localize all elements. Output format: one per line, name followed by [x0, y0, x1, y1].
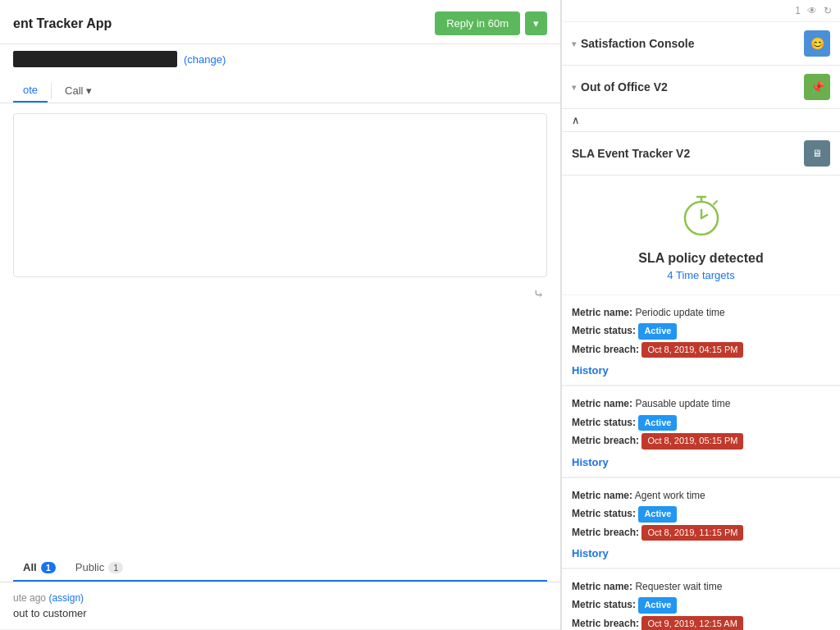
- conversation-item: ute ago (assign) out to customer: [0, 582, 560, 630]
- metric-breach-label-1: Metric breach:: [572, 435, 639, 446]
- conv-time: ute ago: [13, 592, 46, 604]
- reply-button[interactable]: Reply in 60m: [435, 11, 520, 35]
- assignee-row: (change): [0, 44, 560, 74]
- metrics-container: Metric name: Periodic update time Metric…: [562, 295, 840, 630]
- out-of-office-header[interactable]: ▾ Out of Office V2 📌: [562, 66, 840, 109]
- conv-text: out to customer: [13, 607, 547, 619]
- out-of-office-title: ▾ Out of Office V2: [572, 80, 668, 94]
- metric-status-badge-1: Active: [638, 415, 677, 431]
- right-top-bar: 1 👁 ↻: [562, 0, 840, 22]
- metric-breach-line-3: Metric breach: Oct 9, 2019, 12:15 AM: [572, 616, 830, 630]
- metric-status-line-0: Metric status: Active: [572, 323, 830, 340]
- compose-action-icon[interactable]: ⤷: [530, 283, 547, 305]
- metric-status-label-1: Metric status:: [572, 417, 636, 428]
- all-tab-badge: 1: [41, 562, 56, 573]
- history-link-2[interactable]: History: [572, 547, 830, 559]
- tab-divider: [51, 83, 52, 99]
- out-of-office-icon: 📌: [804, 74, 830, 100]
- metric-status-line-3: Metric status: Active: [572, 597, 830, 614]
- metric-breach-badge-2: Oct 8, 2019, 11:15 PM: [641, 525, 743, 541]
- metric-name-value-2: Agent work time: [635, 490, 705, 501]
- editor-tab-row: ote Call ▾: [0, 74, 560, 103]
- metric-breach-line-1: Metric breach: Oct 8, 2019, 05:15 PM: [572, 433, 830, 450]
- metric-name-line-1: Metric name: Pausable update time: [572, 396, 830, 412]
- conv-meta: ute ago (assign): [13, 592, 547, 604]
- satisfaction-console-title: ▾ Satisfaction Console: [572, 37, 694, 50]
- call-tab[interactable]: Call ▾: [55, 80, 102, 102]
- sla-detected-title: SLA policy detected: [572, 251, 830, 266]
- metric-breach-label-3: Metric breach:: [572, 618, 639, 629]
- compose-area: ⤷: [0, 103, 560, 555]
- compose-actions: ⤷: [13, 280, 547, 308]
- metric-status-label-3: Metric status:: [572, 599, 636, 610]
- chevron-satisfaction: ▾: [572, 39, 576, 48]
- metric-breach-label-0: Metric breach:: [572, 344, 639, 355]
- satisfaction-console-header[interactable]: ▾ Satisfaction Console 😊: [562, 22, 840, 66]
- public-tab-label: Public: [75, 561, 104, 573]
- metric-breach-badge-3: Oct 9, 2019, 12:15 AM: [641, 616, 742, 630]
- metric-name-line-2: Metric name: Agent work time: [572, 488, 830, 504]
- satisfaction-console-icon: 😊: [804, 30, 830, 57]
- metric-breach-line-0: Metric breach: Oct 8, 2019, 04:15 PM: [572, 342, 830, 358]
- conversation-tabs-section: All 1 Public 1: [0, 555, 560, 582]
- stopwatch-icon: [572, 192, 830, 244]
- header-actions: Reply in 60m ▾: [435, 11, 547, 35]
- metric-name-value-3: Requester wait time: [635, 581, 722, 592]
- history-link-0[interactable]: History: [572, 364, 830, 377]
- refresh-icon[interactable]: ↻: [824, 5, 832, 16]
- sla-section-icon: 🖥: [804, 140, 830, 167]
- metric-block-3: Metric name: Requester wait time Metric …: [562, 569, 840, 630]
- metric-breach-line-2: Metric breach: Oct 8, 2019, 11:15 PM: [572, 525, 830, 541]
- app-title: ent Tracker App: [13, 16, 112, 31]
- change-link[interactable]: (change): [184, 53, 226, 66]
- chevron-out-of-office: ▾: [572, 83, 576, 92]
- assignee-bar: [13, 51, 177, 67]
- reply-dropdown-button[interactable]: ▾: [525, 11, 547, 35]
- metric-status-badge-0: Active: [638, 323, 677, 340]
- left-panel: ent Tracker App Reply in 60m ▾ (change) …: [0, 0, 561, 630]
- metric-status-label-2: Metric status:: [572, 508, 636, 519]
- all-tab[interactable]: All 1: [13, 555, 66, 580]
- metric-status-badge-3: Active: [638, 597, 677, 614]
- top-bar-number: 1: [795, 5, 801, 16]
- metric-name-label-1: Metric name:: [572, 398, 632, 409]
- sla-targets: 4 Time targets: [572, 269, 830, 281]
- conversation-tabs-row: All 1 Public 1: [13, 555, 547, 582]
- call-tab-label: Call: [65, 84, 83, 97]
- metric-name-label-0: Metric name:: [572, 307, 632, 318]
- metric-name-line-0: Metric name: Periodic update time: [572, 305, 830, 321]
- public-tab[interactable]: Public 1: [66, 555, 134, 580]
- sla-section: SLA Event Tracker V2 🖥 SLA policy detect…: [562, 132, 840, 630]
- public-tab-badge: 1: [108, 562, 123, 573]
- metric-name-value-1: Pausable update time: [635, 398, 730, 409]
- svg-line-5: [714, 201, 717, 204]
- all-tab-label: All: [23, 561, 37, 573]
- metric-breach-badge-1: Oct 8, 2019, 05:15 PM: [641, 433, 743, 450]
- compose-textarea[interactable]: [13, 113, 547, 277]
- call-chevron: ▾: [86, 84, 92, 97]
- metric-status-label-0: Metric status:: [572, 325, 636, 336]
- metric-breach-label-2: Metric breach:: [572, 527, 639, 538]
- app-header: ent Tracker App Reply in 60m ▾: [0, 0, 560, 44]
- metric-name-line-3: Metric name: Requester wait time: [572, 579, 830, 595]
- note-tab[interactable]: ote: [13, 79, 48, 103]
- conv-assign-link[interactable]: (assign): [48, 592, 84, 604]
- right-panel: 1 👁 ↻ ▾ Satisfaction Console 😊 ▾ Out of …: [561, 0, 840, 630]
- metric-name-label-2: Metric name:: [572, 490, 632, 501]
- metric-name-value-0: Periodic update time: [635, 307, 724, 318]
- sla-content: SLA policy detected 4 Time targets: [562, 176, 840, 295]
- metric-name-label-3: Metric name:: [572, 581, 632, 592]
- sla-collapse-chevron[interactable]: ∧: [562, 109, 840, 132]
- sla-section-title: SLA Event Tracker V2: [572, 147, 690, 160]
- metric-block-0: Metric name: Periodic update time Metric…: [562, 295, 840, 386]
- metric-block-2: Metric name: Agent work time Metric stat…: [562, 478, 840, 568]
- metric-status-line-2: Metric status: Active: [572, 506, 830, 523]
- history-link-1[interactable]: History: [572, 456, 830, 468]
- metric-status-line-1: Metric status: Active: [572, 415, 830, 431]
- metric-breach-badge-0: Oct 8, 2019, 04:15 PM: [641, 342, 743, 358]
- eye-icon: 👁: [807, 5, 817, 16]
- metric-block-1: Metric name: Pausable update time Metric…: [562, 386, 840, 477]
- metric-status-badge-2: Active: [638, 506, 677, 523]
- sla-section-header[interactable]: SLA Event Tracker V2 🖥: [562, 132, 840, 176]
